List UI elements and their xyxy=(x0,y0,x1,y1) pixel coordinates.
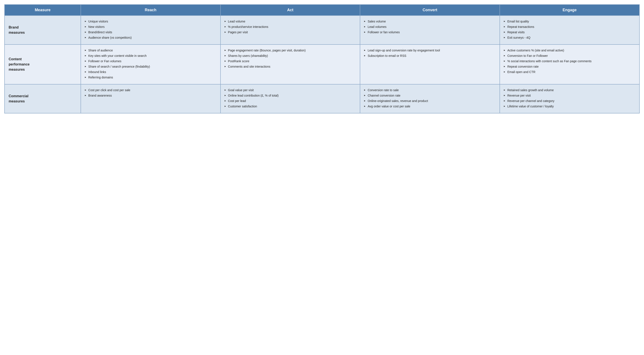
cell-reach-1: Share of audienceKey sites with your con… xyxy=(81,45,220,84)
list-item: Conversion rate to sale xyxy=(364,88,496,93)
col-header-reach: Reach xyxy=(81,5,220,16)
list-item: Revenue per channel and category xyxy=(504,99,635,103)
measures-table: MeasureReachActConvertEngage Brandmeasur… xyxy=(4,4,640,113)
col-header-engage: Engage xyxy=(500,5,640,16)
list-item: Follower or fan volumes xyxy=(364,30,496,35)
list-item: Repeat visits xyxy=(504,30,635,35)
list-item: Lead sign-up and conversion rate by enga… xyxy=(364,48,496,53)
list-item: Subscription to email or RSS xyxy=(364,54,496,58)
list-item: Lead volume xyxy=(224,19,356,24)
list-item: Email open and CTR xyxy=(504,70,635,74)
cell-reach-2: Cost per click and cost per saleBrand aw… xyxy=(81,84,220,113)
table-row: BrandmeasuresUnique visitorsNew visitors… xyxy=(4,16,640,45)
list-item: Inbound links xyxy=(85,70,216,74)
list-item: Cost per lead xyxy=(224,99,356,103)
list-item: Repeat transactions xyxy=(504,25,635,29)
col-header-measure: Measure xyxy=(4,5,81,16)
col-header-act: Act xyxy=(220,5,360,16)
cell-reach-0: Unique visitorsNew visitorsBrand/direct … xyxy=(81,16,220,45)
list-item: Audience share (vs competitors) xyxy=(85,36,216,40)
list-item: Cost per click and cost per sale xyxy=(85,88,216,93)
list-item: PostRank score xyxy=(224,59,356,64)
row-header-0: Brandmeasures xyxy=(4,16,81,45)
list-item: Online lead contribution (£, % of total) xyxy=(224,93,356,98)
list-item: Channel conversion rate xyxy=(364,93,496,98)
cell-engage-2: Retained sales growth and volumeRevenue … xyxy=(500,84,640,113)
list-item: Share of audience xyxy=(85,48,216,53)
list-item: Share of search / search presence (finda… xyxy=(85,64,216,69)
list-item: Brand/direct visits xyxy=(85,30,216,35)
list-item: Revenue per visit xyxy=(504,93,635,98)
list-item: % product/service interactions xyxy=(224,25,356,29)
row-header-2: Commercialmeasures xyxy=(4,84,81,113)
cell-engage-0: Email list qualityRepeat transactionsRep… xyxy=(500,16,640,45)
cell-act-0: Lead volume% product/service interaction… xyxy=(220,16,360,45)
list-item: Lifetime value of customer / loyalty xyxy=(504,104,635,109)
list-item: Email list quality xyxy=(504,19,635,24)
list-item: Unique visitors xyxy=(85,19,216,24)
list-item: Referring domains xyxy=(85,75,216,80)
list-item: Repeat conversion rate xyxy=(504,64,635,69)
list-item: Customer satisfaction xyxy=(224,104,356,109)
list-item: Sales volume xyxy=(364,19,496,24)
list-item: Shares by users (shareability) xyxy=(224,54,356,58)
cell-act-1: Page engagement rate (Bounce, pages per … xyxy=(220,45,360,84)
list-item: Pages per visit xyxy=(224,30,356,35)
list-item: Retained sales growth and volume xyxy=(504,88,635,93)
cell-engage-1: Active customers % (site and email activ… xyxy=(500,45,640,84)
list-item: New visitors xyxy=(85,25,216,29)
list-item: % social interactions with content such … xyxy=(504,59,635,64)
list-item: Brand awareness xyxy=(85,93,216,98)
list-item: Page engagement rate (Bounce, pages per … xyxy=(224,48,356,53)
list-item: Lead volumes xyxy=(364,25,496,29)
cell-convert-1: Lead sign-up and conversion rate by enga… xyxy=(360,45,500,84)
table-row: ContentperformancemeasuresShare of audie… xyxy=(4,45,640,84)
list-item: Avg order value or cost per sale xyxy=(364,104,496,109)
list-item: Comments and site interactions xyxy=(224,64,356,69)
cell-convert-2: Conversion rate to saleChannel conversio… xyxy=(360,84,500,113)
table-row: CommercialmeasuresCost per click and cos… xyxy=(4,84,640,113)
list-item: Exit surveys - 4Q xyxy=(504,36,635,40)
col-header-convert: Convert xyxy=(360,5,500,16)
list-item: Key sites with your content visible in s… xyxy=(85,54,216,58)
row-header-1: Contentperformancemeasures xyxy=(4,45,81,84)
list-item: Follower or Fan volumes xyxy=(85,59,216,64)
cell-convert-0: Sales volumeLead volumesFollower or fan … xyxy=(360,16,500,45)
cell-act-2: Goal value per visitOnline lead contribu… xyxy=(220,84,360,113)
list-item: Active customers % (site and email activ… xyxy=(504,48,635,53)
list-item: Online-originated sales, revenue and pro… xyxy=(364,99,496,103)
list-item: Conversion to Fan or Follower xyxy=(504,54,635,58)
list-item: Goal value per visit xyxy=(224,88,356,93)
